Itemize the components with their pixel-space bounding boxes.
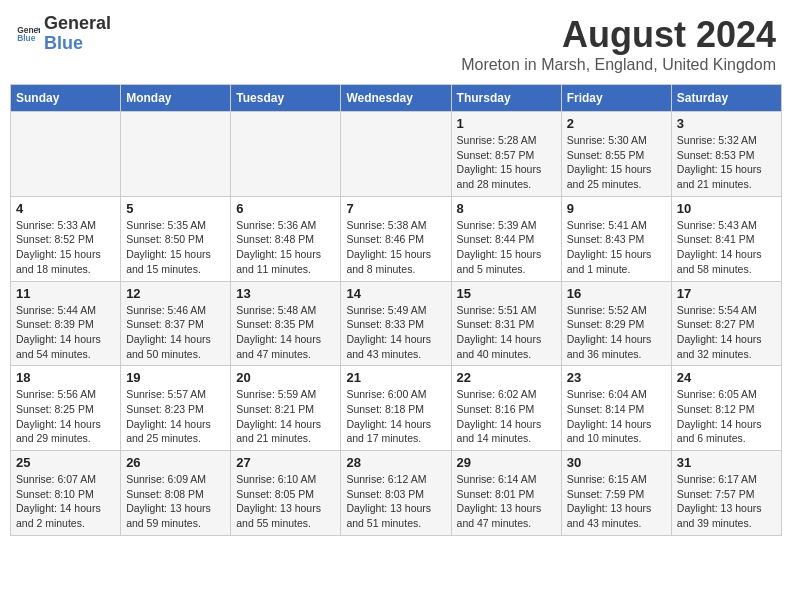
calendar-table: Sunday Monday Tuesday Wednesday Thursday…: [10, 84, 782, 536]
day-number: 19: [126, 370, 225, 385]
day-info: Sunrise: 5:36 AM Sunset: 8:48 PM Dayligh…: [236, 218, 335, 277]
day-number: 31: [677, 455, 776, 470]
calendar-cell-w2-d6: 10Sunrise: 5:43 AM Sunset: 8:41 PM Dayli…: [671, 196, 781, 281]
calendar-cell-w2-d3: 7Sunrise: 5:38 AM Sunset: 8:46 PM Daylig…: [341, 196, 451, 281]
col-sunday: Sunday: [11, 85, 121, 112]
calendar-cell-w4-d6: 24Sunrise: 6:05 AM Sunset: 8:12 PM Dayli…: [671, 366, 781, 451]
day-info: Sunrise: 6:04 AM Sunset: 8:14 PM Dayligh…: [567, 387, 666, 446]
calendar-cell-w5-d5: 30Sunrise: 6:15 AM Sunset: 7:59 PM Dayli…: [561, 451, 671, 536]
calendar-cell-w1-d2: [231, 112, 341, 197]
calendar-cell-w4-d5: 23Sunrise: 6:04 AM Sunset: 8:14 PM Dayli…: [561, 366, 671, 451]
calendar-cell-w1-d0: [11, 112, 121, 197]
day-info: Sunrise: 6:10 AM Sunset: 8:05 PM Dayligh…: [236, 472, 335, 531]
calendar-cell-w5-d6: 31Sunrise: 6:17 AM Sunset: 7:57 PM Dayli…: [671, 451, 781, 536]
day-number: 14: [346, 286, 445, 301]
calendar-cell-w3-d2: 13Sunrise: 5:48 AM Sunset: 8:35 PM Dayli…: [231, 281, 341, 366]
day-number: 18: [16, 370, 115, 385]
logo-icon: General Blue: [16, 22, 40, 46]
calendar-cell-w1-d3: [341, 112, 451, 197]
day-info: Sunrise: 5:57 AM Sunset: 8:23 PM Dayligh…: [126, 387, 225, 446]
day-info: Sunrise: 5:46 AM Sunset: 8:37 PM Dayligh…: [126, 303, 225, 362]
calendar-cell-w3-d3: 14Sunrise: 5:49 AM Sunset: 8:33 PM Dayli…: [341, 281, 451, 366]
day-number: 4: [16, 201, 115, 216]
day-number: 1: [457, 116, 556, 131]
day-info: Sunrise: 5:56 AM Sunset: 8:25 PM Dayligh…: [16, 387, 115, 446]
day-info: Sunrise: 5:41 AM Sunset: 8:43 PM Dayligh…: [567, 218, 666, 277]
calendar-cell-w2-d2: 6Sunrise: 5:36 AM Sunset: 8:48 PM Daylig…: [231, 196, 341, 281]
logo: General Blue General Blue: [16, 14, 111, 54]
day-info: Sunrise: 5:43 AM Sunset: 8:41 PM Dayligh…: [677, 218, 776, 277]
calendar-cell-w3-d6: 17Sunrise: 5:54 AM Sunset: 8:27 PM Dayli…: [671, 281, 781, 366]
day-info: Sunrise: 6:17 AM Sunset: 7:57 PM Dayligh…: [677, 472, 776, 531]
week-row-1: 1Sunrise: 5:28 AM Sunset: 8:57 PM Daylig…: [11, 112, 782, 197]
col-wednesday: Wednesday: [341, 85, 451, 112]
calendar-cell-w4-d1: 19Sunrise: 5:57 AM Sunset: 8:23 PM Dayli…: [121, 366, 231, 451]
day-info: Sunrise: 5:32 AM Sunset: 8:53 PM Dayligh…: [677, 133, 776, 192]
day-number: 25: [16, 455, 115, 470]
calendar-cell-w4-d4: 22Sunrise: 6:02 AM Sunset: 8:16 PM Dayli…: [451, 366, 561, 451]
day-info: Sunrise: 5:44 AM Sunset: 8:39 PM Dayligh…: [16, 303, 115, 362]
day-number: 23: [567, 370, 666, 385]
calendar-cell-w5-d2: 27Sunrise: 6:10 AM Sunset: 8:05 PM Dayli…: [231, 451, 341, 536]
header: General Blue General Blue August 2024 Mo…: [10, 10, 782, 78]
main-title: August 2024: [461, 14, 776, 56]
header-row: Sunday Monday Tuesday Wednesday Thursday…: [11, 85, 782, 112]
calendar-cell-w2-d1: 5Sunrise: 5:35 AM Sunset: 8:50 PM Daylig…: [121, 196, 231, 281]
calendar-header: Sunday Monday Tuesday Wednesday Thursday…: [11, 85, 782, 112]
day-number: 7: [346, 201, 445, 216]
day-info: Sunrise: 5:38 AM Sunset: 8:46 PM Dayligh…: [346, 218, 445, 277]
col-thursday: Thursday: [451, 85, 561, 112]
calendar-cell-w5-d4: 29Sunrise: 6:14 AM Sunset: 8:01 PM Dayli…: [451, 451, 561, 536]
day-number: 16: [567, 286, 666, 301]
calendar-cell-w4-d2: 20Sunrise: 5:59 AM Sunset: 8:21 PM Dayli…: [231, 366, 341, 451]
calendar-cell-w2-d0: 4Sunrise: 5:33 AM Sunset: 8:52 PM Daylig…: [11, 196, 121, 281]
day-info: Sunrise: 5:35 AM Sunset: 8:50 PM Dayligh…: [126, 218, 225, 277]
day-info: Sunrise: 5:52 AM Sunset: 8:29 PM Dayligh…: [567, 303, 666, 362]
calendar-cell-w5-d1: 26Sunrise: 6:09 AM Sunset: 8:08 PM Dayli…: [121, 451, 231, 536]
calendar-cell-w2-d5: 9Sunrise: 5:41 AM Sunset: 8:43 PM Daylig…: [561, 196, 671, 281]
logo-blue: Blue: [44, 34, 111, 54]
calendar-cell-w4-d0: 18Sunrise: 5:56 AM Sunset: 8:25 PM Dayli…: [11, 366, 121, 451]
day-info: Sunrise: 5:30 AM Sunset: 8:55 PM Dayligh…: [567, 133, 666, 192]
week-row-2: 4Sunrise: 5:33 AM Sunset: 8:52 PM Daylig…: [11, 196, 782, 281]
calendar-cell-w3-d1: 12Sunrise: 5:46 AM Sunset: 8:37 PM Dayli…: [121, 281, 231, 366]
calendar-cell-w3-d5: 16Sunrise: 5:52 AM Sunset: 8:29 PM Dayli…: [561, 281, 671, 366]
day-info: Sunrise: 6:09 AM Sunset: 8:08 PM Dayligh…: [126, 472, 225, 531]
day-info: Sunrise: 5:54 AM Sunset: 8:27 PM Dayligh…: [677, 303, 776, 362]
day-number: 26: [126, 455, 225, 470]
day-number: 30: [567, 455, 666, 470]
logo-general: General: [44, 14, 111, 34]
day-number: 27: [236, 455, 335, 470]
day-info: Sunrise: 5:48 AM Sunset: 8:35 PM Dayligh…: [236, 303, 335, 362]
day-number: 6: [236, 201, 335, 216]
week-row-5: 25Sunrise: 6:07 AM Sunset: 8:10 PM Dayli…: [11, 451, 782, 536]
day-info: Sunrise: 6:14 AM Sunset: 8:01 PM Dayligh…: [457, 472, 556, 531]
day-number: 5: [126, 201, 225, 216]
day-number: 28: [346, 455, 445, 470]
calendar-cell-w3-d0: 11Sunrise: 5:44 AM Sunset: 8:39 PM Dayli…: [11, 281, 121, 366]
calendar-cell-w2-d4: 8Sunrise: 5:39 AM Sunset: 8:44 PM Daylig…: [451, 196, 561, 281]
day-number: 10: [677, 201, 776, 216]
day-number: 15: [457, 286, 556, 301]
calendar-cell-w1-d1: [121, 112, 231, 197]
day-number: 12: [126, 286, 225, 301]
svg-text:Blue: Blue: [17, 33, 36, 43]
day-info: Sunrise: 5:39 AM Sunset: 8:44 PM Dayligh…: [457, 218, 556, 277]
day-info: Sunrise: 6:12 AM Sunset: 8:03 PM Dayligh…: [346, 472, 445, 531]
calendar-cell-w1-d6: 3Sunrise: 5:32 AM Sunset: 8:53 PM Daylig…: [671, 112, 781, 197]
calendar-cell-w1-d5: 2Sunrise: 5:30 AM Sunset: 8:55 PM Daylig…: [561, 112, 671, 197]
day-info: Sunrise: 5:59 AM Sunset: 8:21 PM Dayligh…: [236, 387, 335, 446]
calendar-cell-w1-d4: 1Sunrise: 5:28 AM Sunset: 8:57 PM Daylig…: [451, 112, 561, 197]
week-row-3: 11Sunrise: 5:44 AM Sunset: 8:39 PM Dayli…: [11, 281, 782, 366]
col-tuesday: Tuesday: [231, 85, 341, 112]
week-row-4: 18Sunrise: 5:56 AM Sunset: 8:25 PM Dayli…: [11, 366, 782, 451]
day-number: 17: [677, 286, 776, 301]
col-friday: Friday: [561, 85, 671, 112]
day-number: 9: [567, 201, 666, 216]
day-info: Sunrise: 6:07 AM Sunset: 8:10 PM Dayligh…: [16, 472, 115, 531]
calendar-cell-w4-d3: 21Sunrise: 6:00 AM Sunset: 8:18 PM Dayli…: [341, 366, 451, 451]
day-number: 29: [457, 455, 556, 470]
day-number: 2: [567, 116, 666, 131]
day-number: 22: [457, 370, 556, 385]
subtitle: Moreton in Marsh, England, United Kingdo…: [461, 56, 776, 74]
